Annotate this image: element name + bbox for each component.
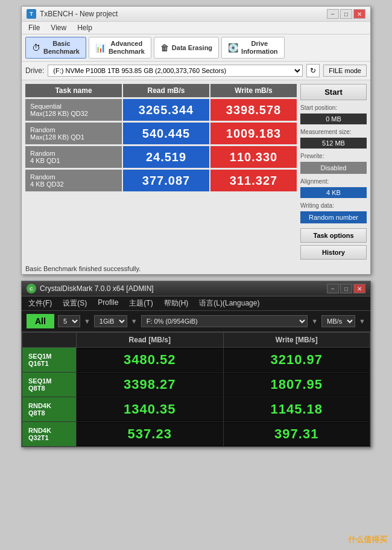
cdm-minimize-button[interactable]: −	[327, 284, 339, 293]
basic-benchmark-label: BasicBenchmark	[43, 40, 80, 56]
cdm-menu-file[interactable]: 文件(F)	[27, 298, 54, 309]
cdm-row3-read: 537.23	[128, 426, 172, 441]
history-button[interactable]: History	[300, 245, 367, 260]
cdm-unit-arrow: ▼	[359, 318, 365, 325]
cdm-row1-label: SEQ1MQ8T8	[22, 373, 76, 397]
cdm-row2-read: 1340.35	[124, 401, 176, 417]
txbench-window-controls: − □ ✕	[327, 9, 365, 19]
row0-label: SequentialMax(128 KB) QD32	[25, 99, 122, 121]
txbench-drive-bar: Drive: (F:) NVMe P100B 1TB 953.85 GB (2,…	[22, 62, 370, 80]
row2-label: Random4 KB QD1	[25, 146, 122, 168]
drive-info-label: DriveInformation	[241, 40, 278, 56]
row2-read: 24.519	[123, 146, 209, 168]
cdm-count-select[interactable]: 5	[58, 315, 80, 327]
cdm-close-button[interactable]: ✕	[353, 284, 365, 293]
bench-sidebar: Start Start position: 0 MB Measurement s…	[300, 84, 367, 260]
table-row: RND4KQ8T8 1340.35 1145.18	[22, 397, 370, 422]
cdm-row1-read: 3398.27	[124, 377, 176, 392]
data-erasing-label: Data Erasing	[172, 44, 212, 52]
cdm-row0-label: SEQ1MQ16T1	[22, 348, 76, 372]
toolbar-data-erasing[interactable]: 🗑 Data Erasing	[154, 37, 219, 59]
cdm-size-select[interactable]: 1GiB	[94, 315, 127, 327]
writing-label: Writing data:	[300, 202, 367, 209]
table-row: RND4KQ32T1 537.23 397.31	[22, 422, 370, 447]
row3-read: 377.087	[123, 170, 209, 191]
bench-results-table: Task name Read mB/s Write mB/s Sequentia…	[25, 84, 297, 260]
toolbar-drive-information[interactable]: 💽 DriveInformation	[221, 37, 285, 59]
cdm-size-arrow: ▼	[131, 318, 138, 325]
table-row: SequentialMax(128 KB) QD32 3265.344 3398…	[25, 99, 297, 121]
table-row: SEQ1MQ8T8 3398.27 1807.95	[22, 373, 370, 397]
cdm-row2-write: 1145.18	[270, 401, 323, 417]
drive-label: Drive:	[25, 66, 44, 75]
cdm-col-write: Write [MB/s]	[223, 333, 370, 348]
cdm-row0-write: 3210.97	[270, 352, 323, 367]
cdm-maximize-button[interactable]: □	[340, 284, 352, 293]
bench-header-row: Task name Read mB/s Write mB/s	[25, 84, 297, 97]
menu-view[interactable]: View	[49, 23, 68, 33]
cdm-controls: All 5 ▼ 1GiB ▼ F: 0% (0/954GiB) ▼ MB/s ▼	[22, 311, 370, 332]
toolbar-advanced-benchmark[interactable]: 📊 AdvancedBenchmark	[89, 37, 151, 59]
alignment-value: 4 KB	[300, 187, 367, 198]
cdm-drive-select[interactable]: F: 0% (0/954GiB)	[141, 315, 308, 327]
cdm-menu-language[interactable]: 语言(L)(Language)	[197, 298, 261, 309]
row1-read: 540.445	[123, 123, 209, 144]
prewrite-label: Prewrite:	[300, 153, 367, 159]
advanced-benchmark-icon: 📊	[95, 43, 106, 53]
measurement-value: 512 MB	[300, 138, 367, 149]
start-position-value: 0 MB	[300, 114, 367, 124]
txbench-window: T TxBENCH - New project − □ ✕ File View …	[21, 6, 371, 275]
toolbar-basic-benchmark[interactable]: ⏱ BasicBenchmark	[25, 37, 86, 59]
cdm-count-arrow: ▼	[84, 318, 90, 325]
cdm-menu-help[interactable]: 帮助(H)	[162, 298, 191, 309]
txbench-close-button[interactable]: ✕	[353, 9, 365, 19]
cdm-menu-bar: 文件(F) 设置(S) Profile 主题(T) 帮助(H) 语言(L)(La…	[22, 296, 370, 311]
drive-select[interactable]: (F:) NVMe P100B 1TB 953.85 GB (2,000,373…	[48, 65, 303, 77]
col-taskname: Task name	[25, 84, 122, 97]
cdm-row0-read: 3480.52	[124, 352, 176, 367]
row3-write: 311.327	[210, 170, 297, 191]
writing-value[interactable]: Random number	[300, 211, 367, 223]
cdm-menu-theme[interactable]: 主题(T)	[127, 298, 154, 309]
cdm-window-controls: − □ ✕	[327, 284, 365, 293]
row0-read: 3265.344	[123, 99, 209, 121]
cdm-drive-arrow: ▼	[311, 318, 318, 325]
drive-refresh-button[interactable]: ↻	[306, 64, 320, 77]
prewrite-value[interactable]: Disabled	[300, 162, 367, 174]
alignment-label: Alignment:	[300, 178, 367, 185]
menu-help[interactable]: Help	[75, 23, 94, 33]
col-read: Read mB/s	[123, 84, 209, 97]
txbench-toolbar: ⏱ BasicBenchmark 📊 AdvancedBenchmark 🗑 D…	[22, 34, 370, 62]
table-row: SEQ1MQ16T1 3480.52 3210.97	[22, 348, 370, 373]
cdm-title: CrystalDiskMark 7.0.0 x64 [ADMIN]	[40, 284, 154, 293]
cdm-col-label	[22, 333, 77, 348]
cdm-row2-label: RND4KQ8T8	[22, 397, 76, 421]
cdm-all-button[interactable]: All	[27, 314, 54, 328]
cdm-row3-write: 397.31	[274, 426, 318, 441]
row1-write: 1009.183	[210, 123, 297, 144]
cdm-col-read: Read [MB/s]	[77, 333, 224, 348]
cdm-title-bar: C CrystalDiskMark 7.0.0 x64 [ADMIN] − □ …	[22, 281, 370, 296]
txbench-maximize-button[interactable]: □	[340, 9, 352, 19]
table-row: Random4 KB QD32 377.087 311.327	[25, 170, 297, 191]
advanced-benchmark-label: AdvancedBenchmark	[109, 40, 145, 56]
data-erasing-icon: 🗑	[160, 43, 169, 53]
table-row: RandomMax(128 KB) QD1 540.445 1009.183	[25, 123, 297, 144]
watermark: 什么值得买	[348, 534, 387, 545]
menu-file[interactable]: File	[27, 23, 42, 33]
col-write: Write mB/s	[210, 84, 297, 97]
task-options-button[interactable]: Task options	[300, 228, 367, 243]
bench-status: Basic Benchmark finished successfully.	[22, 263, 370, 274]
cdm-menu-settings[interactable]: 设置(S)	[61, 298, 89, 309]
row0-write: 3398.578	[210, 99, 297, 121]
file-mode-button[interactable]: FILE mode	[323, 65, 367, 77]
txbench-menu-bar: File View Help	[22, 22, 370, 34]
cdm-unit-select[interactable]: MB/s	[321, 315, 355, 327]
cdm-row3-label: RND4KQ32T1	[22, 422, 76, 446]
row1-label: RandomMax(128 KB) QD1	[25, 123, 122, 144]
table-row: Random4 KB QD1 24.519 110.330	[25, 146, 297, 168]
cdm-menu-profile[interactable]: Profile	[96, 298, 120, 309]
basic-benchmark-icon: ⏱	[32, 43, 40, 53]
txbench-minimize-button[interactable]: −	[327, 9, 339, 19]
start-button[interactable]: Start	[300, 84, 367, 100]
